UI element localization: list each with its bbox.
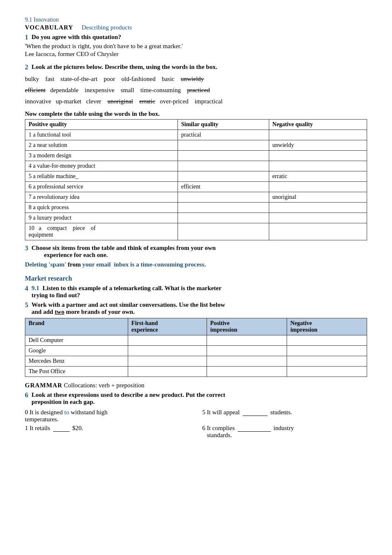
row7-positive: 7 a revolutionary idea xyxy=(25,192,178,203)
q4-num: 4 xyxy=(25,285,28,292)
mercedes-negative xyxy=(287,356,367,367)
q3-num: 3 xyxy=(25,244,28,252)
dell-firsthand xyxy=(128,335,207,346)
mercedes-firsthand xyxy=(128,356,207,367)
row9-positive: 9 a luxury product xyxy=(25,213,178,223)
row10-negative xyxy=(269,223,367,240)
google-negative xyxy=(287,346,367,356)
q5-text: Work with a partner and act out similar … xyxy=(32,301,225,315)
row2-similar xyxy=(178,140,269,151)
word-poor: poor xyxy=(104,76,115,82)
q5-num: 5 xyxy=(25,301,28,309)
grammar-item-6: 6 It complies industry standards. xyxy=(202,425,368,439)
row6-positive: 6 a professional service xyxy=(25,182,178,192)
row2-negative: unwieldy xyxy=(269,140,367,151)
word-basic: basic xyxy=(162,76,175,82)
row5-positive: 5 a reliable machine_ xyxy=(25,171,178,182)
q1-text: Do you agree with this quotation? xyxy=(32,34,121,41)
word-erratic: erratic xyxy=(139,98,155,105)
grammar-item-1-after: $20. xyxy=(71,425,83,431)
question-1-line: 1 Do you agree with this quotation? xyxy=(25,34,367,41)
row7-similar xyxy=(178,192,269,203)
row8-positive: 8 a quick process xyxy=(25,203,178,213)
q2-text: Look at the pictures below. Describe the… xyxy=(32,64,217,71)
question-3-block: 3 Choose six items from the table and th… xyxy=(25,244,367,268)
brand-header-firsthand: First-handexperience xyxy=(128,318,207,335)
q3-example: Deleting 'spam' from your email inbox is… xyxy=(25,261,367,268)
row4-positive: 4 a value-for-money product xyxy=(25,161,178,171)
word-innovative: innovative xyxy=(25,98,51,105)
row5-negative: erratic xyxy=(269,171,367,182)
dell-negative xyxy=(287,335,367,346)
table-row: 8 a quick process xyxy=(25,203,367,213)
q1-attribution: Lee Iacocca, former CEO of Chrysler xyxy=(25,51,367,58)
word-unoriginal: unoriginal xyxy=(107,98,133,105)
table-header-positive: Positive quality xyxy=(25,120,178,130)
table-row: 6 a professional service efficient xyxy=(25,182,367,192)
q4-text: 9.1 Listen to this example of a telemark… xyxy=(32,285,222,299)
word-up-market: up-market xyxy=(56,98,82,105)
vocab-word: VOCABULARY xyxy=(25,24,73,31)
grammar-item-5-after: students. xyxy=(269,409,292,416)
brand-header-brand: Brand xyxy=(25,318,128,335)
market-research-header: Market research xyxy=(25,275,367,282)
q3-text: Choose six items from the table and thin… xyxy=(32,244,216,259)
grammar-item-5-num: 5 It will appeal xyxy=(202,409,241,416)
row3-similar xyxy=(178,151,269,161)
brand-header-positive: Positiveimpression xyxy=(207,318,287,335)
table-row: 7 a revolutionary idea unoriginal xyxy=(25,192,367,203)
question-2-line: 2 Look at the pictures below. Describe t… xyxy=(25,64,367,71)
word-efficient: efficient xyxy=(25,87,46,93)
row8-similar xyxy=(178,203,269,213)
row4-similar xyxy=(178,161,269,171)
q6-num: 6 xyxy=(25,391,28,399)
grammar-examples: 0 It is designed to withstand hightemper… xyxy=(25,409,367,439)
row6-negative xyxy=(269,182,367,192)
table-header-similar: Similar quality xyxy=(178,120,269,130)
word-inexpensive: inexpensive xyxy=(85,87,114,93)
google-positive xyxy=(207,346,287,356)
vocab-topic: Describing products xyxy=(82,24,132,31)
row3-negative xyxy=(269,151,367,161)
row6-similar: efficient xyxy=(178,182,269,192)
word-dependable: dependable xyxy=(50,87,78,93)
q1-quote: 'When the product is right, you don't ha… xyxy=(25,43,367,50)
word-over-priced: over-priced xyxy=(160,98,188,105)
q2-num: 2 xyxy=(25,64,28,71)
row4-negative xyxy=(269,161,367,171)
word-old-fashioned: old-fashioned xyxy=(121,76,155,82)
word-fast: fast xyxy=(45,76,54,82)
section-label: 9.1 Innovation xyxy=(25,17,367,23)
row3-positive: 3 a modern design xyxy=(25,151,178,161)
brand-row-dell: Dell Computer xyxy=(25,335,367,346)
postoffice-firsthand xyxy=(128,367,207,377)
grammar-item-1: 1 It retails $20. xyxy=(25,425,190,439)
grammar-item-5: 5 It will appeal students. xyxy=(202,409,368,423)
question-4-line: 4 9.1 Listen to this example of a telema… xyxy=(25,285,367,299)
grammar-item-5-blank[interactable] xyxy=(243,410,268,416)
grammar-item-0-num: 0 It is designed xyxy=(25,409,64,416)
grammar-item-1-blank[interactable] xyxy=(53,426,70,432)
row9-negative xyxy=(269,213,367,223)
word-unwieldy: unwieldy xyxy=(181,76,204,82)
table-header-negative: Negative quality xyxy=(269,120,367,130)
grammar-item-6-blank[interactable] xyxy=(238,426,271,432)
table-row: 9 a luxury product xyxy=(25,213,367,223)
table-row: 10 a compact piece ofequipment xyxy=(25,223,367,240)
vocab-header: VOCABULARY Describing products xyxy=(25,24,367,31)
vocabulary-table: Positive quality Similar quality Negativ… xyxy=(25,119,367,240)
question-5-line: 5 Work with a partner and act out simila… xyxy=(25,301,367,315)
row10-positive: 10 a compact piece ofequipment xyxy=(25,223,178,240)
brand-dell: Dell Computer xyxy=(25,335,128,346)
word-practiced: practiced xyxy=(187,87,210,93)
word-small: small xyxy=(121,87,134,93)
table-row: 5 a reliable machine_ erratic xyxy=(25,171,367,182)
postoffice-negative xyxy=(287,367,367,377)
brand-postoffice: The Post Office xyxy=(25,367,128,377)
grammar-item-0: 0 It is designed to withstand hightemper… xyxy=(25,409,190,423)
grammar-item-0-colored: to xyxy=(64,409,69,416)
brand-mercedes: Mercedes Benz xyxy=(25,356,128,367)
grammar-word: GRAMMAR xyxy=(25,382,62,389)
brand-row-google: Google xyxy=(25,346,367,356)
brand-table: Brand First-handexperience Positiveimpre… xyxy=(25,318,367,377)
